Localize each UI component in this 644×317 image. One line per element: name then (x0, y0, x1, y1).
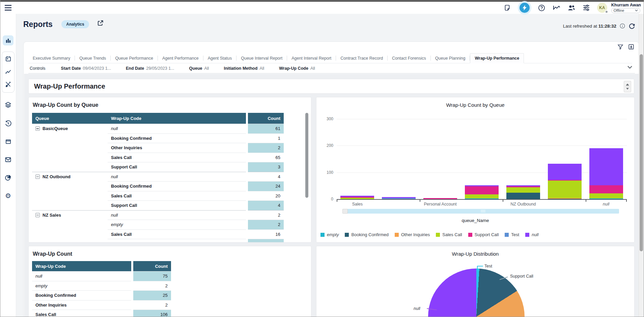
stacked-bar[interactable] (423, 198, 457, 199)
download-icon[interactable] (628, 44, 634, 50)
pie-chart-icon (5, 175, 11, 181)
sidebar-item-window[interactable] (3, 136, 13, 147)
tab-executive-summary[interactable]: Executive Summary (28, 53, 75, 63)
refresh-icon[interactable] (628, 23, 635, 29)
chart-x-scrollbar-grip (481, 210, 485, 213)
bar-segment-sales-call[interactable] (548, 181, 582, 198)
bar-segment-support-call[interactable] (589, 185, 623, 193)
table-row: Support Call3 (32, 162, 284, 172)
sidebar-item-reports[interactable] (3, 35, 13, 45)
open-external-icon[interactable] (97, 20, 104, 26)
settings-sliders-icon[interactable] (582, 4, 590, 12)
bar-segment-test[interactable] (382, 198, 416, 199)
bar-segment-support-call[interactable] (465, 186, 499, 194)
tab-queue-performance[interactable]: Queue Performance (111, 53, 158, 63)
legend-item-booking-confirmed[interactable]: Booking Confirmed (345, 232, 389, 237)
sidebar-item-metrics[interactable] (3, 66, 13, 76)
users-icon[interactable] (567, 4, 576, 12)
hamburger-menu-icon[interactable] (4, 4, 12, 11)
legend-item-empty[interactable]: empty (320, 232, 339, 237)
user-block: Khurram Awan Offline (611, 3, 641, 13)
stacked-bar[interactable] (589, 148, 623, 199)
column-header[interactable]: Count (133, 261, 171, 271)
bar-segment-booking-confirmed[interactable] (548, 199, 582, 199)
tab-wrap-up-performance[interactable]: Wrap-Up Performance (470, 53, 524, 63)
avatar[interactable]: KA (597, 3, 607, 13)
tab-queue-planning[interactable]: Queue Planning (431, 53, 470, 63)
bar-segment-booking-confirmed[interactable] (506, 193, 540, 199)
page-scrollbar-thumb[interactable] (640, 54, 643, 251)
filter-queue[interactable]: QueueAll (189, 66, 209, 71)
agent-status-select[interactable]: Offline (611, 8, 640, 13)
bar-segment-support-call[interactable] (423, 198, 457, 199)
gridline: 300 (337, 119, 627, 119)
tab-queue-trends[interactable]: Queue Trends (75, 53, 110, 63)
sidebar-item-pie-reports[interactable] (3, 173, 13, 183)
tab-agent-performance[interactable]: Agent Performance (158, 53, 203, 63)
tab-agent-status[interactable]: Agent Status (203, 53, 236, 63)
tab-agent-interval-report[interactable]: Agent Interval Report (287, 53, 336, 63)
sidebar-item-mail[interactable] (3, 155, 13, 165)
controls-collapse-chevron-icon[interactable] (627, 66, 632, 69)
realtime-metrics-icon[interactable] (520, 3, 530, 13)
notes-icon[interactable] (503, 4, 511, 12)
sidebar-item-designer[interactable] (3, 79, 13, 89)
stacked-bar[interactable] (506, 185, 540, 199)
table-scrollbar-thumb[interactable] (305, 113, 308, 198)
legend-swatch (345, 233, 349, 237)
stacked-bar[interactable] (340, 196, 374, 199)
collapse-group-icon[interactable] (35, 126, 40, 131)
calendar-icon (5, 56, 11, 62)
table-scrollbar[interactable] (305, 113, 308, 214)
table-row: Sales Call65 (32, 153, 284, 162)
collapse-group-icon[interactable] (35, 213, 40, 217)
sidebar-item-layers[interactable] (3, 100, 13, 110)
bar-segment-null[interactable] (548, 164, 582, 180)
line-chart-icon (5, 68, 11, 75)
table-row: Other Inquiries2 (32, 143, 284, 153)
filter-start-date[interactable]: Start Date09/04/2023 1... (61, 66, 111, 71)
sidebar-item-settings[interactable]: ⚙ (3, 191, 13, 201)
column-header[interactable]: Wrap-Up Code (108, 113, 246, 124)
bar-segment-sales-call[interactable] (589, 193, 623, 199)
help-icon[interactable] (538, 4, 546, 12)
sidebar-item-history[interactable] (3, 118, 13, 128)
stacked-bar[interactable] (548, 164, 582, 199)
filter-end-date[interactable]: End Date29/05/2023 1... (126, 66, 174, 71)
sidebar-item-schedule[interactable] (3, 54, 13, 64)
layers-icon (5, 101, 11, 108)
bar-segment-sales-call[interactable] (506, 187, 540, 193)
bar-segment-sales-call[interactable] (340, 198, 374, 199)
legend-item-other-inquiries[interactable]: Other Inquiries (395, 232, 430, 237)
tab-contract-trace-record[interactable]: Contract Trace Record (336, 53, 387, 63)
page-scrollbar[interactable] (639, 14, 643, 317)
chart-title: Wrap-Up Count by Queue (316, 102, 634, 108)
bar-segment-sales-call[interactable] (465, 194, 499, 199)
column-header[interactable]: Queue (32, 113, 108, 124)
stacked-bar[interactable] (465, 185, 499, 199)
legend-item-test[interactable]: Test (505, 232, 519, 237)
legend-item-support-call[interactable]: Support Call (468, 232, 499, 237)
chart-x-scrollbar-handle[interactable] (342, 209, 348, 214)
analytics-trend-icon[interactable] (553, 4, 561, 12)
collapse-group-icon[interactable] (35, 175, 40, 179)
tab-queue-interval-report[interactable]: Queue Interval Report (236, 53, 287, 63)
bar-chart-plot[interactable]: 0100200300 (337, 116, 627, 199)
bar-segment-empty[interactable] (589, 198, 623, 199)
column-header[interactable]: Count (248, 113, 284, 124)
pie-label-test: Test (484, 264, 492, 268)
bar-segment-empty[interactable] (465, 198, 499, 199)
tab-contact-forensics[interactable]: Contact Forensics (388, 53, 430, 63)
filter-wrap-up-code[interactable]: Wrap-Up CodeAll (279, 66, 315, 71)
column-header[interactable]: Wrap-Up Code (32, 261, 131, 271)
filter-funnel-icon[interactable] (617, 44, 623, 50)
flat-table: Wrap-Up CodeCountnull75empty2Booking Con… (32, 261, 172, 317)
stacked-bar[interactable] (382, 197, 416, 199)
filter-initiation-method[interactable]: Initiation MethodAll (224, 66, 264, 71)
legend-item-sales-call[interactable]: Sales Call (436, 232, 462, 237)
chart-x-scrollbar[interactable] (342, 209, 619, 214)
sheet-spinner-control[interactable] (624, 81, 631, 92)
bar-segment-null[interactable] (589, 148, 623, 185)
legend-item-null[interactable]: null (525, 232, 538, 237)
info-icon[interactable] (620, 23, 625, 29)
